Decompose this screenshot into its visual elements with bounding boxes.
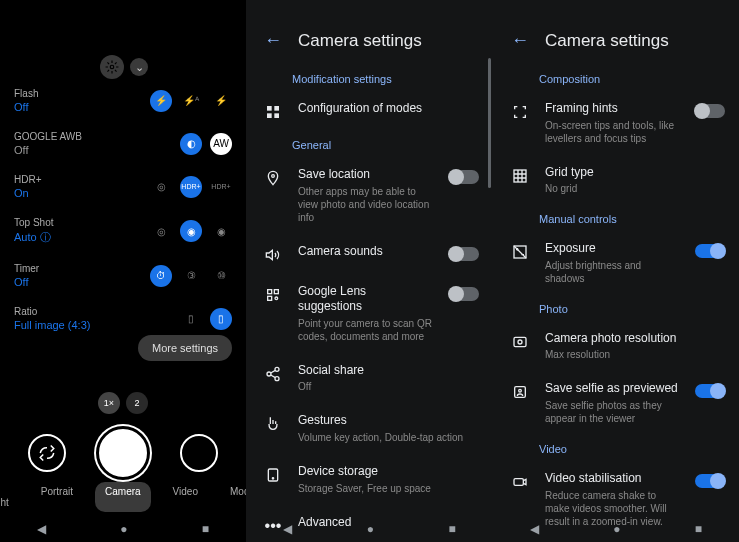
framing-hints-toggle[interactable] — [695, 104, 725, 118]
hdr-enhanced-icon[interactable]: HDR+ — [210, 176, 232, 198]
svg-rect-7 — [274, 289, 278, 293]
topshot-setting[interactable]: Top ShotAuto ⓘ ◎ ◉ ◉ — [14, 217, 232, 245]
flash-setting[interactable]: FlashOff ⚡ ⚡ᴬ ⚡ — [14, 88, 232, 113]
ratio-widescreen-icon[interactable]: ▯ — [180, 308, 202, 330]
svg-point-10 — [275, 367, 279, 371]
shutter-button[interactable] — [96, 426, 150, 480]
share-icon — [264, 365, 282, 383]
more-settings-button[interactable]: More settings — [138, 335, 232, 361]
svg-point-5 — [272, 175, 275, 178]
selfie-toggle[interactable] — [695, 384, 725, 398]
section-modification: Modification settings — [246, 65, 493, 91]
framing-icon — [511, 103, 529, 121]
section-photo: Photo — [493, 295, 739, 321]
settings-panel-b: ← Camera settings Composition Framing hi… — [493, 0, 739, 542]
stabilisation-toggle[interactable] — [695, 474, 725, 488]
topshot-off-icon[interactable]: ◎ — [150, 220, 172, 242]
item-resolution[interactable]: Camera photo resolutionMax resolution — [493, 321, 739, 372]
section-general: General — [246, 131, 493, 157]
stabilisation-icon — [511, 473, 529, 491]
nav-recent-icon[interactable]: ■ — [449, 522, 456, 536]
grid-icon — [511, 167, 529, 185]
settings-gear-button[interactable] — [100, 55, 124, 79]
svg-point-0 — [110, 65, 114, 69]
timer-off-icon[interactable]: ⏱ — [150, 265, 172, 287]
item-framing-hints[interactable]: Framing hintsOn-screen tips and tools, l… — [493, 91, 739, 155]
item-save-location[interactable]: Save locationOther apps may be able to v… — [246, 157, 493, 234]
svg-point-11 — [267, 372, 271, 376]
mode-video[interactable]: Video — [163, 482, 208, 512]
selfie-icon — [511, 383, 529, 401]
nav-back-icon[interactable]: ◀ — [283, 522, 292, 536]
svg-point-20 — [519, 390, 522, 393]
exposure-toggle[interactable] — [695, 244, 725, 258]
flash-off-icon[interactable]: ⚡ — [150, 90, 172, 112]
scrollbar[interactable] — [488, 58, 491, 188]
switch-camera-button[interactable] — [28, 434, 66, 472]
lens-icon — [264, 286, 282, 304]
svg-rect-17 — [514, 337, 526, 346]
flash-on-icon[interactable]: ⚡ — [210, 90, 232, 112]
ratio-setting[interactable]: RatioFull image (4:3) ▯ ▯ — [14, 306, 232, 331]
item-config-modes[interactable]: Configuration of modes — [246, 91, 493, 131]
svg-rect-8 — [268, 296, 272, 300]
svg-point-18 — [518, 340, 522, 344]
item-grid-type[interactable]: Grid typeNo grid — [493, 155, 739, 206]
svg-point-14 — [272, 478, 273, 479]
ratio-full-icon[interactable]: ▯ — [210, 308, 232, 330]
camera-viewfinder-panel: ⌄ FlashOff ⚡ ⚡ᴬ ⚡ GOOGLE AWBOff ◐ AW HDR… — [0, 0, 246, 542]
camera-sounds-toggle[interactable] — [449, 247, 479, 261]
nav-back-icon[interactable]: ◀ — [37, 522, 46, 536]
nav-home-icon[interactable]: ● — [120, 522, 127, 536]
zoom-2x[interactable]: 2 — [126, 392, 148, 414]
back-arrow-icon[interactable]: ← — [511, 30, 529, 51]
mode-portrait[interactable]: Portrait — [31, 482, 83, 512]
svg-rect-2 — [274, 106, 279, 111]
nav-recent-icon[interactable]: ■ — [202, 522, 209, 536]
svg-point-12 — [275, 376, 279, 380]
item-social-share[interactable]: Social shareOff — [246, 353, 493, 404]
item-device-storage[interactable]: Device storageStorage Saver, Free up spa… — [246, 454, 493, 505]
svg-rect-15 — [514, 170, 526, 182]
timer-10s-icon[interactable]: ⑩ — [210, 265, 232, 287]
hdr-off-icon[interactable]: ◎ — [150, 176, 172, 198]
zoom-1x[interactable]: 1× — [98, 392, 120, 414]
svg-rect-4 — [274, 113, 279, 118]
mode-night-sight[interactable]: ght Sight — [0, 482, 19, 512]
location-icon — [264, 169, 282, 187]
topshot-auto-icon[interactable]: ◉ — [180, 220, 202, 242]
item-exposure[interactable]: ExposureAdjust brightness and shadows — [493, 231, 739, 295]
section-manual: Manual controls — [493, 205, 739, 231]
timer-setting[interactable]: TimerOff ⏱ ③ ⑩ — [14, 263, 232, 288]
chevron-down-icon[interactable]: ⌄ — [130, 58, 148, 76]
modes-icon — [264, 103, 282, 121]
settings-panel-a: ← Camera settings Modification settings … — [246, 0, 493, 542]
timer-3s-icon[interactable]: ③ — [180, 265, 202, 287]
save-location-toggle[interactable] — [449, 170, 479, 184]
page-title: Camera settings — [545, 31, 669, 51]
item-lens-suggestions[interactable]: Google Lens suggestionsPoint your camera… — [246, 274, 493, 353]
awb-on-icon[interactable]: AW — [210, 133, 232, 155]
hdr-on-icon[interactable]: HDR+ — [180, 176, 202, 198]
flash-auto-icon[interactable]: ⚡ᴬ — [180, 90, 202, 112]
nav-home-icon[interactable]: ● — [367, 522, 374, 536]
gallery-button[interactable] — [180, 434, 218, 472]
storage-icon — [264, 466, 282, 484]
mode-camera[interactable]: Camera — [95, 482, 151, 512]
item-camera-sounds[interactable]: Camera sounds — [246, 234, 493, 274]
hdr-setting[interactable]: HDR+On ◎ HDR+ HDR+ — [14, 174, 232, 199]
awb-setting[interactable]: GOOGLE AWBOff ◐ AW — [14, 131, 232, 156]
camera-mode-tabs: ght Sight Portrait Camera Video Modes — [0, 482, 246, 512]
item-selfie-previewed[interactable]: Save selfie as previewedSave selfie phot… — [493, 371, 739, 435]
nav-home-icon[interactable]: ● — [613, 522, 620, 536]
item-gestures[interactable]: GesturesVolume key action, Double-tap ac… — [246, 403, 493, 454]
section-composition: Composition — [493, 65, 739, 91]
lens-toggle[interactable] — [449, 287, 479, 301]
nav-recent-icon[interactable]: ■ — [695, 522, 702, 536]
exposure-icon — [511, 243, 529, 261]
awb-off-icon[interactable]: ◐ — [180, 133, 202, 155]
topshot-on-icon[interactable]: ◉ — [210, 220, 232, 242]
page-title: Camera settings — [298, 31, 422, 51]
back-arrow-icon[interactable]: ← — [264, 30, 282, 51]
nav-back-icon[interactable]: ◀ — [530, 522, 539, 536]
